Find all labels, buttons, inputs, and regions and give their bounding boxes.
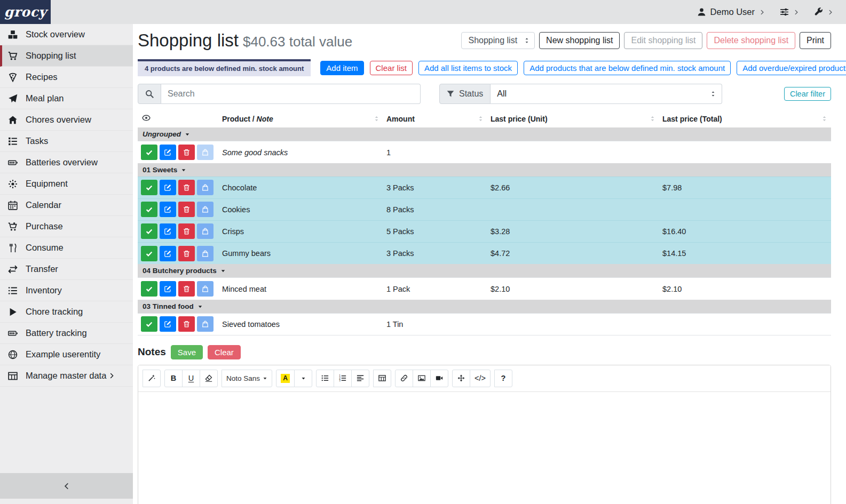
battery-icon [8,329,20,338]
column-last-price-unit[interactable]: Last price (Unit) [487,111,659,127]
column-product-note[interactable]: Product / Note [219,111,383,127]
sidebar-item-chores-overview[interactable]: Chores overview [0,109,133,131]
user-menu[interactable]: Demo User [697,7,765,17]
insert-picture-button[interactable] [413,370,431,387]
row-add-to-stock-button[interactable] [197,202,214,217]
font-family-select[interactable]: Noto Sans [222,370,272,387]
row-mark-done-button[interactable] [141,145,157,160]
row-edit-button[interactable] [160,281,176,297]
below-min-stock-notice[interactable]: 4 products are below defined min. stock … [138,59,311,76]
app-logo[interactable]: grocy [0,0,51,24]
product-group-row-03-tinned-food[interactable]: 03 Tinned food [138,300,831,314]
row-edit-button[interactable] [160,145,176,160]
unordered-list-button[interactable] [316,370,334,387]
sidebar-item-chore-tracking[interactable]: Chore tracking [0,301,133,323]
sidebar-item-calendar[interactable]: Calendar [0,195,133,216]
sidebar-item-battery-tracking[interactable]: Battery tracking [0,323,133,344]
add-item-button[interactable]: Add item [320,61,363,75]
row-edit-button[interactable] [160,246,176,261]
row-edit-button[interactable] [160,180,176,195]
unit-price-cell [487,313,659,335]
shopping-list-select[interactable]: Shopping list [461,32,535,49]
row-add-to-stock-button[interactable] [197,180,214,195]
row-add-to-stock-button[interactable] [197,223,214,239]
sidebar-item-transfer[interactable]: Transfer [0,259,133,280]
sidebar-collapse-button[interactable] [0,473,133,499]
print-button[interactable]: Print [800,32,831,49]
clear-formatting-button[interactable] [200,370,218,387]
row-delete-button[interactable] [178,180,195,195]
notes-save-button[interactable]: Save [171,345,203,359]
row-mark-done-button[interactable] [141,316,157,332]
bold-button[interactable]: B [164,370,183,387]
row-delete-button[interactable] [178,145,195,160]
notes-clear-button[interactable]: Clear [208,345,241,359]
sidebar-item-purchase[interactable]: Purchase [0,216,133,237]
row-delete-button[interactable] [178,281,195,297]
paragraph-style-button[interactable] [351,370,369,387]
insert-video-button[interactable] [430,370,448,387]
sidebar-item-recipes[interactable]: Recipes [0,67,133,88]
clear-filter-button[interactable]: Clear filter [784,87,831,101]
delete-shopping-list-button[interactable]: Delete shopping list [707,32,795,49]
clear-list-button[interactable]: Clear list [370,61,413,75]
product-group-row-ungrouped[interactable]: Ungrouped [138,127,831,141]
eye-toggle-icon[interactable] [142,114,151,122]
row-add-to-stock-button[interactable] [197,246,214,261]
row-add-to-stock-button[interactable] [197,316,214,332]
new-shopping-list-button[interactable]: New shopping list [539,32,620,49]
insert-table-button[interactable] [373,370,391,387]
sidebar-item-label: Manage master data [26,371,106,381]
font-color-dropdown-button[interactable] [294,370,312,387]
sidebar-item-manage-master-data[interactable]: Manage master data [0,365,133,387]
row-mark-done-button[interactable] [141,281,157,297]
code-view-button[interactable]: </> [470,370,491,387]
magic-style-button[interactable] [143,370,161,387]
column-note-label: Note [257,115,273,123]
add-overdue-button[interactable]: Add overdue/expired products [737,61,846,75]
column-last-price-total[interactable]: Last price (Total) [659,111,831,127]
help-button[interactable]: ? [494,370,512,387]
sidebar-item-equipment[interactable]: Equipment [0,173,133,195]
row-delete-button[interactable] [178,223,195,239]
product-group-row-01-sweets[interactable]: 01 Sweets [138,163,831,177]
sidebar-item-shopping-list[interactable]: Shopping list [0,45,133,67]
fullscreen-button[interactable] [452,370,470,387]
row-add-to-stock-button[interactable] [197,145,214,160]
row-delete-button[interactable] [178,202,195,217]
add-all-to-stock-button[interactable]: Add all list items to stock [418,61,518,75]
ordered-list-button[interactable]: 123 [334,370,352,387]
display-settings-menu[interactable] [780,7,799,17]
trash-icon [183,285,190,292]
product-group-row-04-butchery-products[interactable]: 04 Butchery products [138,264,831,278]
sidebar-item-stock-overview[interactable]: Stock overview [0,24,133,45]
column-amount[interactable]: Amount [383,111,487,127]
font-color-button[interactable]: A [276,370,295,387]
amount-cell: 3 Packs [383,242,487,264]
row-mark-done-button[interactable] [141,180,157,195]
sidebar-item-tasks[interactable]: Tasks [0,131,133,152]
row-delete-button[interactable] [178,246,195,261]
row-edit-button[interactable] [160,316,176,332]
insert-link-button[interactable] [395,370,413,387]
row-mark-done-button[interactable] [141,246,157,261]
sidebar-item-consume[interactable]: Consume [0,237,133,259]
picture-icon [418,374,425,382]
notes-editor[interactable] [138,392,831,504]
row-mark-done-button[interactable] [141,202,157,217]
admin-settings-menu[interactable] [814,7,833,17]
row-edit-button[interactable] [160,202,176,217]
edit-shopping-list-button[interactable]: Edit shopping list [624,32,702,49]
sidebar-item-inventory[interactable]: Inventory [0,280,133,301]
row-add-to-stock-button[interactable] [197,281,214,297]
sidebar-item-meal-plan[interactable]: Meal plan [0,88,133,109]
sidebar-item-example-userentity[interactable]: Example userentity [0,344,133,365]
underline-button[interactable]: U [182,370,200,387]
status-select[interactable]: All [491,84,722,104]
row-mark-done-button[interactable] [141,223,157,239]
row-delete-button[interactable] [178,316,195,332]
add-below-min-stock-button[interactable]: Add products that are below defined min.… [524,61,731,75]
search-input[interactable] [161,84,421,104]
sidebar-item-batteries-overview[interactable]: Batteries overview [0,152,133,173]
row-edit-button[interactable] [160,223,176,239]
